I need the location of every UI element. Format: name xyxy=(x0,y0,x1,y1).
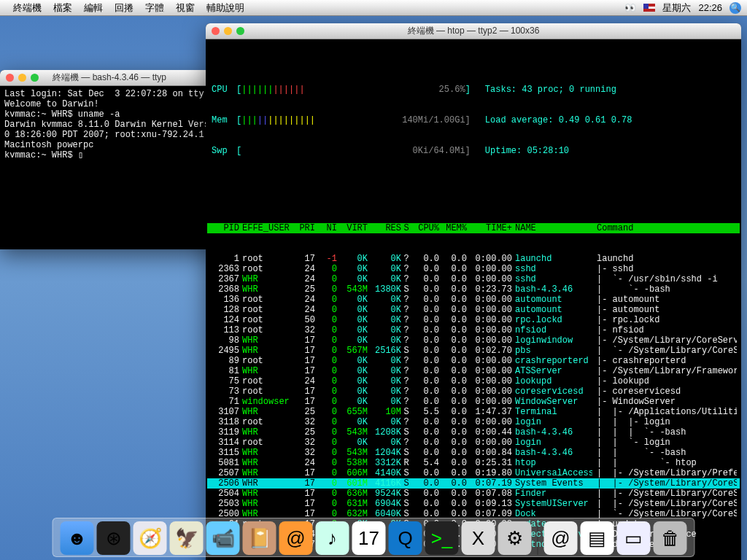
process-row[interactable]: 75 root 24 0 0K 0K ? 0.0 0.0 0:00.00 loo… xyxy=(207,376,740,386)
loadavg-line: Load average: 0.49 0.61 0.78 xyxy=(485,115,735,125)
process-row[interactable]: 124 root 50 0 0K 0K ? 0.0 0.0 0:00.00 rp… xyxy=(207,315,740,325)
cpu-meter: CPU[||||||||||||25.6%] xyxy=(212,85,471,95)
dock-ichat-icon[interactable]: 📹 xyxy=(206,521,240,555)
dock-safari-icon[interactable]: 🧭 xyxy=(133,521,167,555)
process-row[interactable]: 2506 WHR 17 0 601M 4116K S 0.0 0.0 0:07.… xyxy=(207,478,740,489)
process-row[interactable]: 113 root 32 0 0K 0K ? 0.0 0.0 0:00.00 nf… xyxy=(207,325,740,335)
close-icon[interactable] xyxy=(212,27,220,35)
close-icon[interactable] xyxy=(6,74,14,82)
uptime-line: Uptime: 05:28:10 xyxy=(485,146,735,156)
menu-item[interactable]: 輔助說明 xyxy=(206,1,244,15)
bash-terminal-body[interactable]: Last login: Sat Dec 3 22:07:28 on tty We… xyxy=(0,86,219,249)
dock-x11-icon[interactable]: X xyxy=(462,521,495,555)
bash-titlebar[interactable]: 終端機 — bash-4.3.46 — ttyp xyxy=(0,70,219,86)
process-row[interactable]: 2363 root 24 0 0K 0K ? 0.0 0.0 0:00.00 s… xyxy=(207,264,740,274)
menubar-time: 22:26 xyxy=(698,2,722,13)
menu-item[interactable]: 檔案 xyxy=(53,1,72,15)
spotlight-icon[interactable]: 🔍 xyxy=(729,2,741,14)
process-row[interactable]: 128 root 24 0 0K 0K ? 0.0 0.0 0:00.00 au… xyxy=(207,305,740,315)
dock-network-icon[interactable]: @ xyxy=(544,521,578,555)
process-row[interactable]: 5081 WHR 24 0 538M 3312K R 5.4 0.0 0:25.… xyxy=(207,458,740,468)
process-row[interactable]: 2367 WHR 24 0 0K 0K ? 0.0 0.0 0:00.00 ss… xyxy=(207,274,740,284)
input-flag-icon[interactable] xyxy=(643,4,655,12)
htop-title: 終端機 — htop — ttyp2 — 100x36 xyxy=(206,25,741,37)
dock-quicktime-icon[interactable]: Q xyxy=(389,521,422,555)
htop-titlebar[interactable]: 終端機 — htop — ttyp2 — 100x36 xyxy=(206,23,741,39)
column-headers[interactable]: PID EFFE_USER PRI NI VIRT RES S CPU% MEM… xyxy=(207,223,740,233)
dock-addressbook-icon[interactable]: 📔 xyxy=(243,521,276,555)
menu-item[interactable]: 字體 xyxy=(145,1,164,15)
process-row[interactable]: 81 WHR 17 0 0K 0K ? 0.0 0.0 0:00.00 ATSS… xyxy=(207,366,740,376)
process-row[interactable]: 136 root 24 0 0K 0K ? 0.0 0.0 0:00.00 au… xyxy=(207,295,740,305)
process-row[interactable]: 3107 WHR 25 0 655M 10M S 5.5 0.0 1:47.37… xyxy=(207,407,740,417)
htop-window[interactable]: 終端機 — htop — ttyp2 — 100x36 CPU[||||||||… xyxy=(206,23,741,560)
dock-documents-icon[interactable]: ▤ xyxy=(581,521,614,555)
dock-terminal-icon[interactable]: >_ xyxy=(425,521,459,555)
process-row[interactable]: 2507 WHR 17 0 606M 4140K S 0.0 0.0 0:19.… xyxy=(207,468,740,478)
dock-itunes-icon[interactable]: ♪ xyxy=(316,521,349,555)
menu-item[interactable]: 視窗 xyxy=(176,1,195,15)
menu-item[interactable]: 編輯 xyxy=(84,1,103,15)
dock[interactable]: ☻⊛🧭🦅📹📔@♪17Q>_X⚙ @▤▭🗑 xyxy=(53,518,695,557)
menu-item[interactable]: 回捲 xyxy=(115,1,133,15)
mem-meter: Mem[||||||||||||||140Mi/1.00Gi] xyxy=(212,115,471,125)
menubar[interactable]: 終端機 檔案編輯回捲字體視窗輔助說明 👀 星期六 22:26 🔍 xyxy=(0,0,747,16)
minimize-icon[interactable] xyxy=(18,74,26,82)
process-row[interactable]: 3118 root 32 0 0K 0K ? 0.0 0.0 0:00.00 l… xyxy=(207,417,740,427)
process-row[interactable]: 2503 WHR 17 0 631M 6904K S 0.0 0.0 0:09.… xyxy=(207,499,740,509)
process-row[interactable]: 2495 WHR 17 0 567M 2516K S 0.0 0.0 0:02.… xyxy=(207,346,740,356)
process-row[interactable]: 71 windowser 17 0 0K 0K ? 0.0 0.0 0:00.0… xyxy=(207,397,740,407)
minimize-icon[interactable] xyxy=(224,27,232,35)
process-row[interactable]: 3119 WHR 25 0 543M 1208K S 0.0 0.0 0:00.… xyxy=(207,427,740,438)
dock-finder-icon[interactable]: ☻ xyxy=(61,521,94,555)
htop-terminal-body[interactable]: CPU[||||||||||||25.6%] Mem[|||||||||||||… xyxy=(206,39,741,560)
binoculars-icon[interactable]: 👀 xyxy=(624,2,636,13)
process-row[interactable]: 3114 root 32 0 0K 0K ? 0.0 0.0 0:00.00 l… xyxy=(207,438,740,448)
dock-atmail-icon[interactable]: @ xyxy=(279,521,313,555)
zoom-icon[interactable] xyxy=(31,74,39,82)
dock-dashboard-icon[interactable]: ⊛ xyxy=(97,521,131,555)
process-row[interactable]: 98 WHR 17 0 0K 0K ? 0.0 0.0 0:00.00 logi… xyxy=(207,335,740,346)
dock-ical-icon[interactable]: 17 xyxy=(352,521,386,555)
dock-minimized-icon[interactable]: ▭ xyxy=(617,521,651,555)
menu-app[interactable]: 終端機 xyxy=(13,1,42,15)
process-row[interactable]: 3115 WHR 32 0 543M 1204K S 0.0 0.0 0:00.… xyxy=(207,448,740,458)
process-row[interactable]: 2368 WHR 25 0 543M 1380K S 0.0 0.0 0:23.… xyxy=(207,284,740,295)
process-row[interactable]: 2504 WHR 17 0 636M 9524K S 0.0 0.0 0:07.… xyxy=(207,489,740,499)
tasks-line: Tasks: 43 proc; 0 running xyxy=(485,85,735,95)
dock-separator xyxy=(538,523,538,555)
process-row[interactable]: 89 root 17 0 0K 0K ? 0.0 0.0 0:00.00 cra… xyxy=(207,356,740,366)
process-row[interactable]: 1 root 17 -1 0K 0K ? 0.0 0.0 0:00.00 lau… xyxy=(207,254,740,264)
menubar-day: 星期六 xyxy=(662,1,691,15)
dock-trash-icon[interactable]: 🗑 xyxy=(654,521,687,555)
zoom-icon[interactable] xyxy=(236,27,244,35)
process-row[interactable]: 73 root 17 0 0K 0K ? 0.0 0.0 0:00.00 cor… xyxy=(207,386,740,397)
dock-sysprefs-icon[interactable]: ⚙ xyxy=(498,521,532,555)
dock-mail-icon[interactable]: 🦅 xyxy=(170,521,204,555)
swp-meter: Swp[0Ki/64.0Mi] xyxy=(212,146,471,156)
bash-window[interactable]: 終端機 — bash-4.3.46 — ttyp Last login: Sat… xyxy=(0,70,219,249)
